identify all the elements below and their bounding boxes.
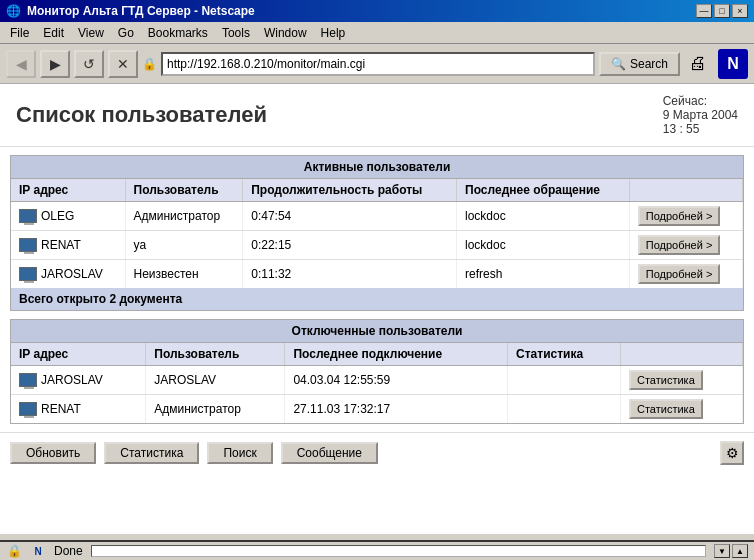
table-row: JAROSLAV Неизвестен 0:11:32 refresh Подр… xyxy=(11,260,743,289)
menu-file[interactable]: File xyxy=(4,24,35,42)
settings-button[interactable]: ⚙ xyxy=(720,441,744,465)
search-button[interactable]: 🔍 Search xyxy=(599,52,680,76)
datetime-label: Сейчас: xyxy=(663,94,738,108)
main-content: Список пользователей Сейчас: 9 Марта 200… xyxy=(0,84,754,534)
menu-bar: File Edit View Go Bookmarks Tools Window… xyxy=(0,22,754,44)
inactive-ip-cell: JAROSLAV xyxy=(11,366,146,395)
inactive-action-cell: Статистика xyxy=(621,366,743,395)
detail-button[interactable]: Подробней > xyxy=(638,235,721,255)
col-duration: Продолжительность работы xyxy=(243,179,457,202)
col-last-access: Последнее обращение xyxy=(457,179,630,202)
monitor-icon xyxy=(19,267,37,281)
menu-window[interactable]: Window xyxy=(258,24,313,42)
close-button[interactable]: × xyxy=(732,4,748,18)
window-resize-controls: ▼ ▲ xyxy=(714,544,748,558)
reload-icon: ↺ xyxy=(83,56,95,72)
active-users-footer: Всего открыто 2 документа xyxy=(11,288,743,310)
date-display: 9 Марта 2004 xyxy=(663,108,738,122)
address-bar-area: 🔒 🔍 Search xyxy=(142,52,680,76)
search-page-button[interactable]: Поиск xyxy=(207,442,272,464)
col-user-inactive: Пользователь xyxy=(146,343,285,366)
inactive-lastconn-cell: 27.11.03 17:32:17 xyxy=(285,395,508,424)
search-icon: 🔍 xyxy=(611,57,626,71)
datetime-display: Сейчас: 9 Марта 2004 13 : 55 xyxy=(663,94,738,136)
col-user-active: Пользователь xyxy=(125,179,243,202)
status-bar: 🔒 N Done ▼ ▲ xyxy=(0,540,754,560)
detail-button[interactable]: Подробней > xyxy=(638,206,721,226)
monitor-icon xyxy=(19,209,37,223)
stop-icon: ✕ xyxy=(117,56,129,72)
inactive-user-cell: Администратор xyxy=(146,395,285,424)
message-button[interactable]: Сообщение xyxy=(281,442,378,464)
active-users-header: Активные пользователи xyxy=(11,156,743,179)
inactive-users-columns: IP адрес Пользователь Последнее подключе… xyxy=(11,343,743,366)
lock-icon: 🔒 xyxy=(142,57,157,71)
active-user-cell: ya xyxy=(125,231,243,260)
inactive-stats-empty xyxy=(508,395,621,424)
menu-tools[interactable]: Tools xyxy=(216,24,256,42)
address-input[interactable] xyxy=(161,52,595,76)
title-bar: 🌐 Монитор Альта ГТД Сервер - Netscape — … xyxy=(0,0,754,22)
active-action-cell: Подробней > xyxy=(629,202,742,231)
menu-go[interactable]: Go xyxy=(112,24,140,42)
table-row: RENAT Администратор 27.11.03 17:32:17 Ст… xyxy=(11,395,743,424)
inactive-user-cell: JAROSLAV xyxy=(146,366,285,395)
stat-button[interactable]: Статистика xyxy=(629,370,703,390)
active-user-cell: Неизвестен xyxy=(125,260,243,289)
toolbar-right: 🖨 N xyxy=(684,49,748,79)
gear-btn-area: ⚙ xyxy=(720,441,744,465)
col-action-active xyxy=(629,179,742,202)
back-button[interactable]: ◀ xyxy=(6,50,36,78)
maximize-button[interactable]: □ xyxy=(714,4,730,18)
time-display: 13 : 55 xyxy=(663,122,738,136)
menu-help[interactable]: Help xyxy=(315,24,352,42)
monitor-icon xyxy=(19,402,37,416)
active-ip-cell: JAROSLAV xyxy=(11,260,125,289)
active-lastaccess-cell: refresh xyxy=(457,260,630,289)
active-users-columns: IP адрес Пользователь Продолжительность … xyxy=(11,179,743,202)
app-icon: 🌐 xyxy=(6,4,21,18)
menu-edit[interactable]: Edit xyxy=(37,24,70,42)
action-toolbar: Обновить Статистика Поиск Сообщение ⚙ xyxy=(0,432,754,473)
window-controls[interactable]: — □ × xyxy=(696,4,748,18)
toolbar: ◀ ▶ ↺ ✕ 🔒 🔍 Search 🖨 N xyxy=(0,44,754,84)
inactive-lastconn-cell: 04.03.04 12:55:59 xyxy=(285,366,508,395)
print-icon: 🖨 xyxy=(689,53,707,74)
inactive-users-header: Отключенные пользователи xyxy=(11,320,743,343)
taskbar-btn1[interactable]: ▼ xyxy=(714,544,730,558)
menu-bookmarks[interactable]: Bookmarks xyxy=(142,24,214,42)
stats-button[interactable]: Статистика xyxy=(104,442,199,464)
active-duration-cell: 0:47:54 xyxy=(243,202,457,231)
col-last-conn: Последнее подключение xyxy=(285,343,508,366)
table-row: JAROSLAV JAROSLAV 04.03.04 12:55:59 Стат… xyxy=(11,366,743,395)
stop-button[interactable]: ✕ xyxy=(108,50,138,78)
back-icon: ◀ xyxy=(16,56,27,72)
page-header: Список пользователей Сейчас: 9 Марта 200… xyxy=(0,84,754,147)
table-row: OLEG Администратор 0:47:54 lockdoc Подро… xyxy=(11,202,743,231)
stat-button[interactable]: Статистика xyxy=(629,399,703,419)
active-action-cell: Подробней > xyxy=(629,260,742,289)
active-user-cell: Администратор xyxy=(125,202,243,231)
active-ip-cell: RENAT xyxy=(11,231,125,260)
col-ip-inactive: IP адрес xyxy=(11,343,146,366)
search-label: Search xyxy=(630,57,668,71)
refresh-button[interactable]: Обновить xyxy=(10,442,96,464)
netscape-status-icon: N xyxy=(30,543,46,559)
inactive-users-section: Отключенные пользователи IP адрес Пользо… xyxy=(10,319,744,424)
minimize-button[interactable]: — xyxy=(696,4,712,18)
lock-status-icon: 🔒 xyxy=(6,543,22,559)
status-text: Done xyxy=(54,544,83,558)
active-lastaccess-cell: lockdoc xyxy=(457,202,630,231)
inactive-action-cell: Статистика xyxy=(621,395,743,424)
active-duration-cell: 0:22:15 xyxy=(243,231,457,260)
page-title: Список пользователей xyxy=(16,102,267,128)
menu-view[interactable]: View xyxy=(72,24,110,42)
forward-button[interactable]: ▶ xyxy=(40,50,70,78)
reload-button[interactable]: ↺ xyxy=(74,50,104,78)
taskbar-btn2[interactable]: ▲ xyxy=(732,544,748,558)
netscape-icon: N xyxy=(718,49,748,79)
inactive-users-table: IP адрес Пользователь Последнее подключе… xyxy=(11,343,743,423)
print-button[interactable]: 🖨 xyxy=(684,50,712,78)
detail-button[interactable]: Подробней > xyxy=(638,264,721,284)
table-row: RENAT ya 0:22:15 lockdoc Подробней > xyxy=(11,231,743,260)
